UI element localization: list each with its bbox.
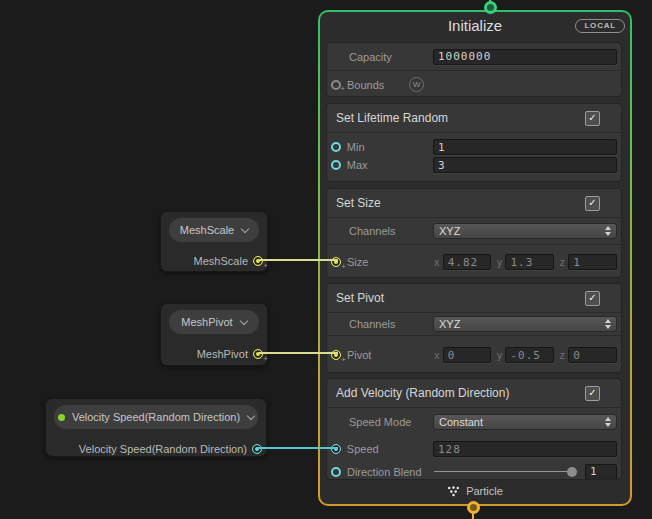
size-y-field[interactable]: 1.3 (505, 254, 554, 270)
node-title: Velocity Speed(Random Direction) (72, 411, 240, 423)
dropdown-arrows-icon (605, 226, 611, 236)
system-settings-block[interactable]: Capacity 1000000 + Bounds W (326, 42, 622, 97)
min-port[interactable] (331, 142, 341, 152)
block-title: Add Velocity (Random Direction) (336, 386, 585, 400)
set-pivot-block[interactable]: Set Pivot ✓ Channels XYZ + Pivot (326, 283, 622, 373)
dropdown-value: Constant (439, 416, 483, 428)
output-label: Velocity Speed(Random Direction) (79, 443, 247, 455)
flow-input-port[interactable] (484, 1, 497, 14)
x-prefix: x (434, 257, 440, 268)
chevron-down-icon (247, 411, 255, 419)
speed-field[interactable]: 128 (433, 441, 617, 457)
channels-dropdown[interactable]: XYZ (433, 223, 617, 239)
x-prefix: x (434, 350, 440, 361)
output-label: MeshScale (194, 255, 248, 267)
meshscale-node-header[interactable]: MeshScale (169, 218, 259, 242)
meshpivot-node[interactable]: MeshPivot MeshPivot + (160, 303, 268, 366)
speed-input-port[interactable] (331, 444, 341, 454)
expand-plus-icon: + (263, 261, 268, 270)
block-enabled-checkbox[interactable]: ✓ (585, 196, 600, 211)
expand-plus-icon: + (263, 354, 268, 363)
bounds-label: Bounds (347, 79, 407, 91)
slider-track (434, 471, 577, 472)
chevron-down-icon (239, 316, 247, 324)
size-label: Size (347, 256, 434, 268)
speed-mode-dropdown[interactable]: Constant (433, 414, 617, 430)
speed-mode-label: Speed Mode (349, 416, 433, 428)
direction-blend-port[interactable] (331, 467, 341, 477)
expand-plus-icon: + (340, 84, 345, 93)
size-z-field[interactable]: 1 (568, 254, 617, 270)
min-field[interactable]: 1 (433, 139, 617, 155)
chevron-down-icon (241, 224, 249, 232)
z-prefix: z (559, 257, 565, 268)
block-enabled-checkbox[interactable]: ✓ (585, 291, 600, 306)
y-prefix: y (496, 257, 502, 268)
velocity-speed-node[interactable]: Velocity Speed(Random Direction) Velocit… (45, 398, 267, 457)
block-title: Set Size (336, 196, 585, 210)
velocity-speed-node-header[interactable]: Velocity Speed(Random Direction) (54, 405, 258, 429)
edge-velocityspeed-to-speed[interactable] (258, 447, 338, 449)
channels-dropdown[interactable]: XYZ (433, 316, 617, 332)
add-velocity-block[interactable]: Add Velocity (Random Direction) ✓ Speed … (326, 378, 622, 480)
bounds-port[interactable]: + (331, 80, 341, 90)
pivot-x-field[interactable]: 0 (443, 347, 492, 363)
particle-icon (447, 486, 460, 497)
pivot-y-field[interactable]: -0.5 (505, 347, 554, 363)
context-footer: Particle (320, 485, 630, 497)
flow-output-port[interactable] (467, 501, 480, 514)
meshscale-node[interactable]: MeshScale MeshScale + (160, 211, 268, 272)
meshpivot-output-port[interactable]: + (253, 349, 263, 359)
edge-meshpivot-to-pivot[interactable] (259, 352, 338, 354)
pivot-z-field[interactable]: 0 (568, 347, 617, 363)
space-badge[interactable]: LOCAL (575, 19, 625, 33)
particle-label: Particle (466, 485, 503, 497)
meshpivot-node-header[interactable]: MeshPivot (169, 310, 259, 334)
velocity-speed-output-port[interactable] (252, 444, 262, 454)
dropdown-value: XYZ (439, 225, 460, 237)
node-title: MeshScale (180, 224, 234, 236)
output-label: MeshPivot (197, 348, 248, 360)
block-title: Set Pivot (336, 291, 585, 305)
capacity-label: Capacity (349, 51, 433, 63)
channels-label: Channels (349, 318, 433, 330)
initialize-context-node[interactable]: Initialize LOCAL Capacity 1000000 + Boun… (318, 10, 632, 506)
direction-blend-label: Direction Blend (347, 466, 434, 478)
capacity-field[interactable]: 1000000 (433, 49, 617, 65)
slider-handle[interactable] (567, 467, 577, 477)
max-port[interactable] (331, 160, 341, 170)
y-prefix: y (496, 350, 502, 361)
size-x-field[interactable]: 4.82 (443, 254, 492, 270)
edge-meshscale-to-size[interactable] (259, 259, 338, 261)
set-lifetime-random-block[interactable]: Set Lifetime Random ✓ Min 1 Max 3 (326, 103, 622, 182)
block-enabled-checkbox[interactable]: ✓ (585, 111, 600, 126)
pivot-label: Pivot (347, 349, 434, 361)
max-field[interactable]: 3 (433, 157, 617, 173)
max-label: Max (347, 159, 433, 171)
speed-label: Speed (347, 443, 433, 455)
block-title: Set Lifetime Random (336, 111, 585, 125)
node-title: MeshPivot (181, 316, 232, 328)
world-space-badge[interactable]: W (409, 77, 424, 92)
set-size-block[interactable]: Set Size ✓ Channels XYZ + Size (326, 188, 622, 278)
direction-blend-field[interactable]: 1 (585, 464, 617, 480)
min-label: Min (347, 141, 433, 153)
direction-blend-slider[interactable] (434, 466, 577, 478)
channels-label: Channels (349, 225, 433, 237)
meshscale-output-port[interactable]: + (253, 256, 263, 266)
vfx-graph-canvas[interactable]: Initialize LOCAL Capacity 1000000 + Boun… (0, 0, 652, 519)
exposed-property-dot-icon (58, 414, 65, 421)
initialize-context-body: Initialize LOCAL Capacity 1000000 + Boun… (320, 12, 630, 504)
z-prefix: z (559, 350, 565, 361)
expand-plus-icon: + (341, 355, 346, 364)
dropdown-arrows-icon (605, 417, 611, 427)
expand-plus-icon: + (341, 262, 346, 271)
dropdown-arrows-icon (605, 319, 611, 329)
dropdown-value: XYZ (439, 318, 460, 330)
block-enabled-checkbox[interactable]: ✓ (585, 386, 600, 401)
